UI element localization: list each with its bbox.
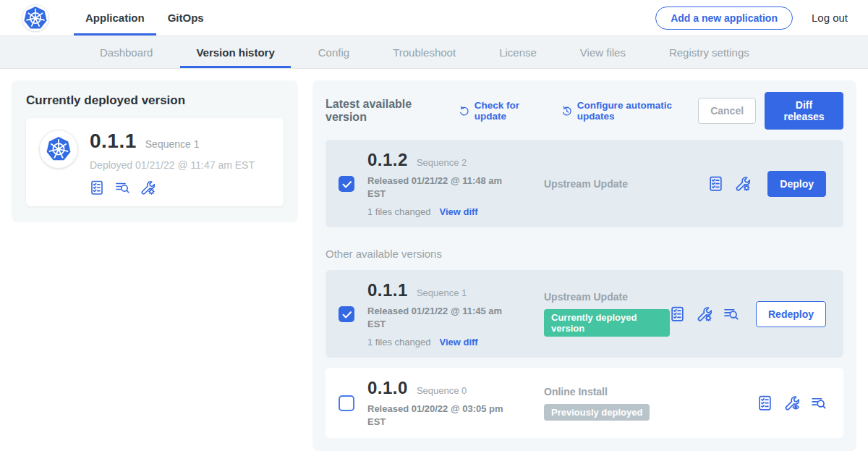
version-number: 0.1.2	[367, 150, 408, 170]
tab-application[interactable]: Application	[74, 0, 156, 35]
version-sequence: Sequence 2	[417, 157, 467, 168]
released-timestamp: Released 01/21/22 @ 11:45 am EST	[367, 305, 521, 330]
subnav-version-history[interactable]: Version history	[174, 36, 296, 68]
release-notes-icon[interactable]	[708, 176, 723, 191]
version-number: 0.1.0	[367, 378, 408, 398]
panel-header: Latest available version Check for updat…	[326, 92, 843, 130]
subnav-config[interactable]: Config	[297, 36, 371, 68]
view-files-icon[interactable]	[115, 180, 129, 195]
currently-deployed-card: Currently deployed version 0.1.1 Sequenc…	[12, 80, 298, 222]
edit-config-icon[interactable]	[140, 180, 155, 195]
release-notes-icon[interactable]	[670, 306, 685, 321]
subnav-dashboard-label: Dashboard	[100, 46, 153, 59]
version-actions	[757, 395, 826, 410]
previously-deployed-badge: Previously deployed	[544, 404, 650, 421]
top-navigation-bar: Application GitOps Add a new application…	[0, 0, 868, 36]
tab-gitops-label: GitOps	[168, 12, 204, 24]
subnav-version-history-label: Version history	[196, 46, 274, 59]
app-icon	[39, 130, 78, 169]
top-tabs: Application GitOps	[74, 0, 216, 35]
version-sequence: Sequence 1	[417, 287, 467, 298]
version-checkbox[interactable]	[339, 176, 354, 192]
release-notes-icon[interactable]	[90, 180, 104, 195]
currently-deployed-title: Currently deployed version	[26, 93, 284, 108]
source-label: Upstream Update	[544, 178, 708, 190]
main-content: Currently deployed version 0.1.1 Sequenc…	[0, 69, 868, 459]
kubernetes-logo	[22, 4, 49, 32]
checkmark-icon	[341, 308, 352, 320]
version-row-0-1-2: 0.1.2 Sequence 2 Released 01/21/22 @ 11:…	[326, 140, 843, 227]
deployed-version-box: 0.1.1 Sequence 1 Deployed 01/21/22 @ 11:…	[26, 118, 284, 206]
version-row-0-1-1: 0.1.1 Sequence 1 Released 01/21/22 @ 11:…	[326, 270, 843, 358]
topbar-right: Add a new application Log out	[655, 0, 868, 35]
version-sequence: Sequence 0	[417, 385, 467, 396]
version-actions: Deploy	[708, 171, 826, 197]
version-number: 0.1.1	[367, 280, 408, 300]
deployed-version-info: 0.1.1 Sequence 1 Deployed 01/21/22 @ 11:…	[90, 130, 255, 195]
deployed-sequence: Sequence 1	[145, 138, 200, 150]
version-details: 0.1.0 Sequence 0 Released 01/20/22 @ 03:…	[367, 378, 521, 428]
available-versions-panel: Latest available version Check for updat…	[312, 80, 856, 451]
other-available-versions-title: Other available versions	[326, 248, 843, 260]
version-source: Online Install Previously deployed	[521, 386, 757, 421]
version-row-0-1-0: 0.1.0 Sequence 0 Released 01/20/22 @ 03:…	[326, 368, 843, 438]
check-for-update-label: Check for update	[475, 100, 546, 122]
view-files-icon[interactable]	[723, 306, 739, 321]
deployed-timestamp: Deployed 01/21/22 @ 11:47 am EST	[90, 159, 255, 171]
tab-application-label: Application	[85, 12, 145, 24]
release-notes-icon[interactable]	[757, 395, 773, 410]
deploy-button[interactable]: Deploy	[767, 171, 826, 197]
view-files-icon[interactable]	[811, 395, 826, 410]
refresh-icon	[459, 105, 469, 117]
logout-button[interactable]: Log out	[812, 12, 848, 24]
tab-gitops[interactable]: GitOps	[156, 0, 216, 35]
files-changed-label: 1 files changed	[367, 337, 430, 348]
auto-update-icon	[561, 105, 572, 117]
files-changed-label: 1 files changed	[367, 206, 430, 217]
subnav-config-label: Config	[318, 46, 349, 59]
subnav-dashboard[interactable]: Dashboard	[78, 36, 174, 68]
version-checkbox[interactable]	[339, 306, 354, 322]
configure-automatic-updates-link[interactable]: Configure automatic updates	[561, 100, 698, 122]
version-actions: Redeploy	[670, 301, 826, 327]
view-diff-link[interactable]: View diff	[439, 206, 477, 217]
diff-releases-button[interactable]: Diff releases	[765, 92, 843, 130]
deployed-action-icons	[90, 180, 255, 195]
subnav-license[interactable]: License	[477, 36, 558, 68]
edit-config-icon[interactable]	[735, 176, 750, 191]
currently-deployed-badge: Currently deployed version	[544, 309, 670, 337]
view-diff-link[interactable]: View diff	[439, 337, 477, 348]
deployed-version-number: 0.1.1	[90, 130, 137, 153]
subnav-troubleshoot[interactable]: Troubleshoot	[371, 36, 477, 68]
edit-config-icon[interactable]	[697, 306, 712, 321]
subnav-registry-settings[interactable]: Registry settings	[647, 36, 771, 68]
subnav-troubleshoot-label: Troubleshoot	[393, 46, 456, 59]
add-new-application-button[interactable]: Add a new application	[655, 7, 793, 30]
version-source: Upstream Update	[521, 178, 708, 190]
version-details: 0.1.2 Sequence 2 Released 01/21/22 @ 11:…	[367, 150, 521, 217]
cancel-button[interactable]: Cancel	[698, 98, 756, 124]
source-label: Upstream Update	[544, 291, 670, 303]
released-timestamp: Released 01/20/22 @ 03:05 pm EST	[367, 403, 521, 428]
subnav-registry-settings-label: Registry settings	[669, 46, 749, 59]
version-source: Upstream Update Currently deployed versi…	[521, 291, 670, 337]
source-label: Online Install	[544, 386, 757, 397]
redeploy-button[interactable]: Redeploy	[756, 301, 826, 327]
released-timestamp: Released 01/21/22 @ 11:48 am EST	[367, 174, 521, 200]
view-config-icon[interactable]	[784, 395, 799, 410]
check-for-update-link[interactable]: Check for update	[459, 100, 545, 122]
subnav-license-label: License	[499, 46, 537, 59]
version-details: 0.1.1 Sequence 1 Released 01/21/22 @ 11:…	[367, 280, 521, 348]
version-checkbox[interactable]	[339, 395, 354, 411]
subnav-view-files-label: View files	[580, 46, 626, 59]
latest-available-title: Latest available version	[326, 98, 443, 124]
checkmark-icon	[341, 178, 352, 190]
configure-automatic-updates-label: Configure automatic updates	[577, 100, 699, 122]
app-subnav: Dashboard Version history Config Trouble…	[0, 36, 868, 69]
subnav-view-files[interactable]: View files	[558, 36, 647, 68]
